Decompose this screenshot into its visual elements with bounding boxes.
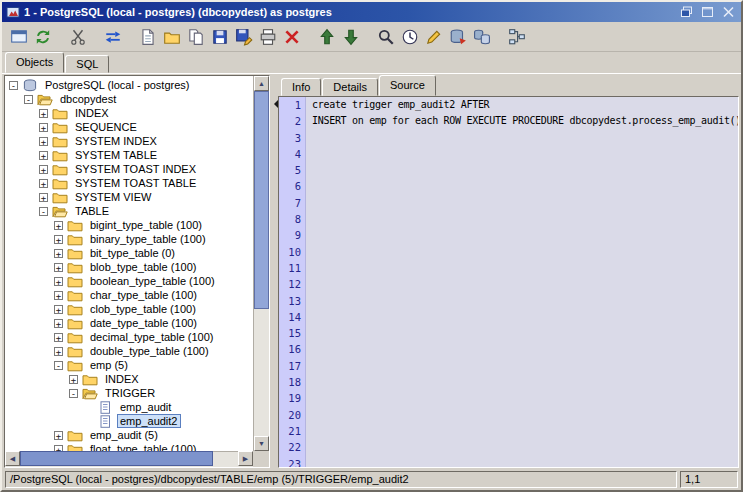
- expand-toggle-icon[interactable]: +: [54, 305, 63, 314]
- delete-button[interactable]: [280, 25, 304, 49]
- source-line: 18: [279, 374, 738, 390]
- refresh-db-button[interactable]: [446, 25, 470, 49]
- tab-objects[interactable]: Objects: [5, 52, 64, 73]
- tree-item-label: double_type_table (100): [87, 344, 212, 358]
- tree-item-binary-type-table-100[interactable]: +binary_type_table (100): [5, 232, 253, 246]
- tree-item-clob-type-table-100[interactable]: +clob_type_table (100): [5, 302, 253, 316]
- expand-toggle-icon[interactable]: +: [54, 277, 63, 286]
- tree-item-index[interactable]: +INDEX: [5, 106, 253, 120]
- code-text: [306, 309, 312, 325]
- print-button[interactable]: [256, 25, 280, 49]
- expand-toggle-icon[interactable]: +: [69, 375, 78, 384]
- tree-item-boolean-type-table-100[interactable]: +boolean_type_table (100): [5, 274, 253, 288]
- tree-item-table[interactable]: -TABLE: [5, 204, 253, 218]
- expand-toggle-icon[interactable]: +: [54, 249, 63, 258]
- collapse-toggle-icon[interactable]: -: [69, 389, 78, 398]
- expand-toggle-icon[interactable]: +: [54, 333, 63, 342]
- move-up-button[interactable]: [315, 25, 339, 49]
- tree-horizontal-scrollbar[interactable]: ◀ ▶: [5, 451, 253, 467]
- tree-item-emp-audit[interactable]: emp_audit: [5, 400, 253, 414]
- tree-item-system-view[interactable]: +SYSTEM VIEW: [5, 190, 253, 204]
- source-code-area: 1create trigger emp_audit2 AFTER2INSERT …: [279, 97, 738, 468]
- splitter[interactable]: [270, 74, 278, 469]
- tree-item-emp-audit2[interactable]: emp_audit2: [5, 414, 253, 428]
- tree-item-bit-type-table-0[interactable]: +bit_type_table (0): [5, 246, 253, 260]
- tree-item-emp-5[interactable]: -emp (5): [5, 358, 253, 372]
- expand-toggle-icon[interactable]: +: [39, 179, 48, 188]
- horizontal-scroll-thumb[interactable]: [20, 451, 213, 466]
- expand-toggle-icon[interactable]: +: [39, 193, 48, 202]
- tree-item-index[interactable]: +INDEX: [5, 372, 253, 386]
- cut-button[interactable]: [66, 25, 90, 49]
- copy-db-button[interactable]: [470, 25, 494, 49]
- source-line: 12: [279, 276, 738, 292]
- tree-item-decimal-type-table-100[interactable]: +decimal_type_table (100): [5, 330, 253, 344]
- tree-vertical-scrollbar[interactable]: ▲ ▼: [253, 76, 269, 451]
- tree-item-dbcopydest[interactable]: -dbcopydest: [5, 92, 253, 106]
- expand-toggle-icon[interactable]: +: [39, 165, 48, 174]
- code-text: [306, 276, 312, 292]
- tree-item-postgresql-local-postgres[interactable]: -PostgreSQL (local - postgres): [5, 78, 253, 92]
- refresh-objects-button[interactable]: [31, 25, 55, 49]
- expand-toggle-icon[interactable]: +: [54, 347, 63, 356]
- tab-details[interactable]: Details: [322, 78, 378, 96]
- save-as-button[interactable]: [232, 25, 256, 49]
- history-button[interactable]: [398, 25, 422, 49]
- titlebar[interactable]: 1 - PostgreSQL (local - postgres) (dbcop…: [2, 2, 741, 22]
- collapse-toggle-icon[interactable]: -: [54, 361, 63, 370]
- expand-toggle-icon[interactable]: +: [39, 123, 48, 132]
- source-view[interactable]: 1create trigger emp_audit2 AFTER2INSERT …: [278, 96, 739, 468]
- vertical-scroll-thumb[interactable]: [254, 91, 269, 309]
- copy-button[interactable]: [184, 25, 208, 49]
- tree-item-system-table[interactable]: +SYSTEM TABLE: [5, 148, 253, 162]
- tree-item-system-index[interactable]: +SYSTEM INDEX: [5, 134, 253, 148]
- tree-item-system-toast-index[interactable]: +SYSTEM TOAST INDEX: [5, 162, 253, 176]
- expand-toggle-icon[interactable]: +: [39, 137, 48, 146]
- folder-open-icon: [52, 205, 68, 218]
- tree-item-emp-audit-5[interactable]: +emp_audit (5): [5, 428, 253, 442]
- expand-toggle-icon[interactable]: +: [54, 291, 63, 300]
- tab-source[interactable]: Source: [379, 75, 436, 96]
- new-session-button[interactable]: [7, 25, 31, 49]
- tree-item-date-type-table-100[interactable]: +date_type_table (100): [5, 316, 253, 330]
- collapse-toggle-icon[interactable]: -: [39, 207, 48, 216]
- tab-info[interactable]: Info: [281, 78, 321, 96]
- tab-details-label: Details: [333, 81, 367, 93]
- tab-sql-label: SQL: [76, 58, 98, 70]
- expand-toggle-icon[interactable]: +: [54, 319, 63, 328]
- new-file-button[interactable]: [136, 25, 160, 49]
- collapse-toggle-icon[interactable]: -: [24, 95, 33, 104]
- edit-button[interactable]: [422, 25, 446, 49]
- move-down-button[interactable]: [339, 25, 363, 49]
- transfer-button[interactable]: [101, 25, 125, 49]
- splitter-collapse-icon[interactable]: [270, 100, 278, 108]
- expand-toggle-icon[interactable]: +: [54, 431, 63, 440]
- close-window-button[interactable]: [720, 5, 737, 20]
- scroll-up-icon[interactable]: ▲: [254, 76, 269, 91]
- tree-item-double-type-table-100[interactable]: +double_type_table (100): [5, 344, 253, 358]
- maximize-window-button[interactable]: [699, 5, 716, 20]
- save-button[interactable]: [208, 25, 232, 49]
- expand-toggle-icon[interactable]: +: [39, 151, 48, 160]
- scroll-right-icon[interactable]: ▶: [238, 451, 253, 466]
- tree-item-sequence[interactable]: +SEQUENCE: [5, 120, 253, 134]
- tab-sql[interactable]: SQL: [65, 55, 109, 73]
- expand-toggle-icon[interactable]: +: [39, 109, 48, 118]
- tree-item-bigint-type-table-100[interactable]: +bigint_type_table (100): [5, 218, 253, 232]
- scroll-down-icon[interactable]: ▼: [254, 436, 269, 451]
- scroll-left-icon[interactable]: ◀: [5, 451, 20, 466]
- expand-toggle-icon[interactable]: +: [54, 221, 63, 230]
- tree-item-char-type-table-100[interactable]: +char_type_table (100): [5, 288, 253, 302]
- source-line: 20: [279, 407, 738, 423]
- expand-toggle-icon[interactable]: +: [54, 235, 63, 244]
- tree-item-blob-type-table-100[interactable]: +blob_type_table (100): [5, 260, 253, 274]
- tree-item-float-type-table-100[interactable]: +float_type_table (100): [5, 442, 253, 451]
- expand-toggle-icon[interactable]: +: [54, 263, 63, 272]
- find-button[interactable]: [374, 25, 398, 49]
- connections-button[interactable]: [505, 25, 529, 49]
- open-file-button[interactable]: [160, 25, 184, 49]
- restore-window-button[interactable]: [678, 5, 695, 20]
- tree-item-trigger[interactable]: -TRIGGER: [5, 386, 253, 400]
- collapse-toggle-icon[interactable]: -: [9, 81, 18, 90]
- tree-item-system-toast-table[interactable]: +SYSTEM TOAST TABLE: [5, 176, 253, 190]
